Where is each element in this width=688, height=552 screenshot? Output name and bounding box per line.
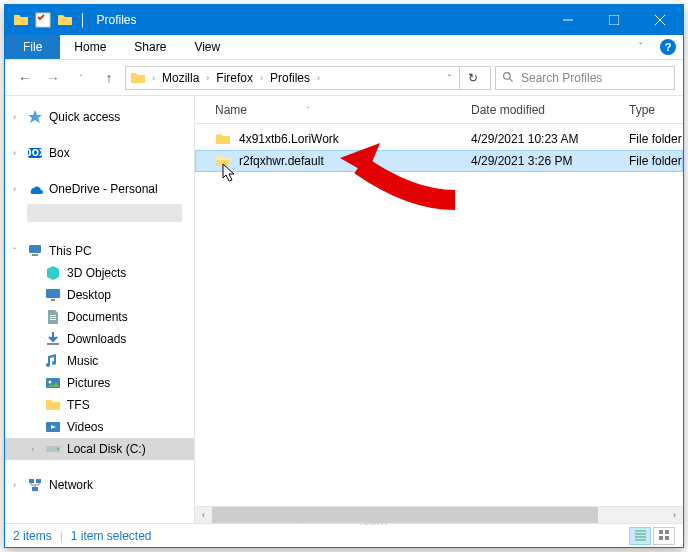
file-name: 4x91xtb6.LoriWork: [239, 132, 471, 146]
help-icon: ?: [660, 39, 676, 55]
address-dropdown-icon[interactable]: ˇ: [442, 73, 457, 83]
search-placeholder: Search Profiles: [521, 71, 602, 85]
sidebar-item-pictures[interactable]: Pictures: [5, 372, 194, 394]
sort-asc-icon: ˆ: [307, 105, 310, 114]
pictures-icon: [45, 375, 61, 391]
folder-icon: [57, 12, 73, 28]
tab-file[interactable]: File: [5, 35, 60, 59]
chevron-right-icon[interactable]: ›: [315, 73, 322, 83]
scroll-right-icon[interactable]: ›: [666, 507, 683, 524]
titlebar: │ Profiles: [5, 5, 683, 35]
ribbon-expand-icon[interactable]: ˇ: [629, 35, 653, 59]
chevron-right-icon[interactable]: ›: [13, 148, 23, 158]
crumb[interactable]: Mozilla: [159, 71, 202, 85]
svg-rect-5: [29, 245, 41, 253]
sidebar-label: Music: [67, 354, 98, 368]
chevron-down-icon[interactable]: ˇ: [13, 246, 23, 256]
sidebar-item-box[interactable]: › box Box: [5, 142, 194, 164]
star-icon: [27, 109, 43, 125]
sidebar-label: Network: [49, 478, 93, 492]
chevron-right-icon[interactable]: ›: [31, 444, 41, 454]
sidebar-item-local-disk[interactable]: ›Local Disk (C:): [5, 438, 194, 460]
up-button[interactable]: ↑: [97, 66, 121, 90]
folder-icon: [13, 12, 29, 28]
forward-button[interactable]: →: [41, 66, 65, 90]
maximize-button[interactable]: [591, 5, 637, 35]
sidebar-item-quick-access[interactable]: › Quick access: [5, 106, 194, 128]
folder-icon: [130, 70, 146, 86]
chevron-right-icon[interactable]: ›: [204, 73, 211, 83]
folder-icon: [215, 131, 231, 147]
file-date: 4/29/2021 3:26 PM: [471, 154, 629, 168]
svg-rect-1: [609, 15, 619, 25]
ribbon: File Home Share View ˇ ?: [5, 35, 683, 60]
chevron-right-icon[interactable]: ›: [258, 73, 265, 83]
tab-home[interactable]: Home: [60, 35, 120, 59]
refresh-button[interactable]: ↻: [459, 67, 486, 89]
svg-point-2: [504, 73, 511, 80]
column-header-type[interactable]: Type: [629, 103, 683, 117]
cube-icon: [45, 265, 61, 281]
videos-icon: [45, 419, 61, 435]
view-details-button[interactable]: [629, 527, 651, 545]
file-list-pane: Nameˆ Date modified Type 4x91xtb6.LoriWo…: [195, 96, 683, 523]
chevron-right-icon[interactable]: ›: [150, 73, 157, 83]
sidebar-item-desktop[interactable]: Desktop: [5, 284, 194, 306]
chevron-right-icon[interactable]: ›: [13, 480, 23, 490]
recent-locations-button[interactable]: ˇ: [69, 66, 93, 90]
svg-rect-16: [36, 479, 41, 483]
crumb[interactable]: Firefox: [213, 71, 256, 85]
navigation-pane: › Quick access › box Box › OneDrive - Pe…: [5, 96, 195, 523]
svg-rect-15: [29, 479, 34, 483]
sidebar-label: Downloads: [67, 332, 126, 346]
table-row[interactable]: r2fqxhwr.default 4/29/2021 3:26 PM File …: [195, 150, 683, 172]
sidebar-item-downloads[interactable]: Downloads: [5, 328, 194, 350]
sidebar-label: This PC: [49, 244, 92, 258]
svg-rect-17: [32, 487, 38, 491]
chevron-right-icon[interactable]: ›: [13, 112, 23, 122]
tab-view[interactable]: View: [180, 35, 234, 59]
onedrive-icon: [27, 181, 43, 197]
tab-share[interactable]: Share: [120, 35, 180, 59]
file-date: 4/29/2021 10:23 AM: [471, 132, 629, 146]
back-button[interactable]: ←: [13, 66, 37, 90]
svg-text:box: box: [27, 145, 43, 159]
table-row[interactable]: 4x91xtb6.LoriWork 4/29/2021 10:23 AM Fil…: [195, 128, 683, 150]
chevron-right-icon[interactable]: ›: [13, 184, 23, 194]
sidebar-label: TFS: [67, 398, 90, 412]
sidebar-item-documents[interactable]: Documents: [5, 306, 194, 328]
minimize-button[interactable]: [545, 5, 591, 35]
horizontal-scrollbar[interactable]: ‹ ›: [195, 506, 683, 523]
sidebar-item-tfs[interactable]: TFS: [5, 394, 194, 416]
crumb[interactable]: Profiles: [267, 71, 313, 85]
view-large-icons-button[interactable]: [653, 527, 675, 545]
sidebar-item-music[interactable]: Music: [5, 350, 194, 372]
svg-rect-18: [659, 530, 663, 534]
sidebar-item-network[interactable]: › Network: [5, 474, 194, 496]
sidebar-item-videos[interactable]: Videos: [5, 416, 194, 438]
file-name: r2fqxhwr.default: [239, 154, 471, 168]
svg-rect-7: [46, 289, 60, 298]
disk-icon: [45, 441, 61, 457]
search-input[interactable]: Search Profiles: [495, 66, 675, 90]
status-item-count: 2 items: [13, 529, 52, 543]
scroll-left-icon[interactable]: ‹: [195, 507, 212, 524]
address-bar[interactable]: › Mozilla › Firefox › Profiles › ˇ ↻: [125, 66, 491, 90]
sidebar-item-onedrive[interactable]: › OneDrive - Personal: [5, 178, 194, 200]
close-button[interactable]: [637, 5, 683, 35]
scroll-thumb[interactable]: [212, 507, 598, 523]
file-rows: 4x91xtb6.LoriWork 4/29/2021 10:23 AM Fil…: [195, 124, 683, 506]
svg-rect-20: [659, 536, 663, 540]
window-title: Profiles: [97, 13, 137, 27]
checklist-icon: [35, 12, 51, 28]
column-header-date[interactable]: Date modified: [471, 103, 629, 117]
help-button[interactable]: ?: [653, 35, 683, 59]
folder-open-icon: [215, 153, 231, 169]
column-header-name[interactable]: Nameˆ: [215, 103, 471, 117]
sidebar-item-3d-objects[interactable]: 3D Objects: [5, 262, 194, 284]
folder-icon: [45, 397, 61, 413]
downloads-icon: [45, 331, 61, 347]
sidebar-item-this-pc[interactable]: ˇ This PC: [5, 240, 194, 262]
box-icon: box: [27, 145, 43, 161]
sidebar-label: Pictures: [67, 376, 110, 390]
